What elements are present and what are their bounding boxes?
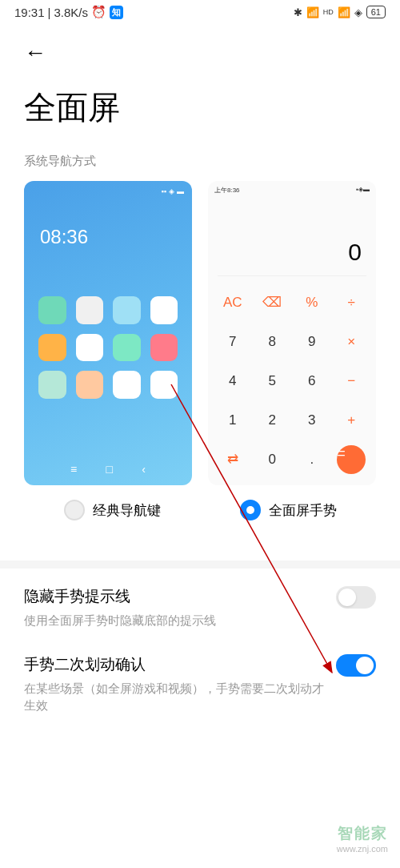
setting-hide-line: 隐藏手势提示线 使用全面屏手势时隐藏底部的提示线	[0, 569, 400, 637]
calc-button: 8	[253, 322, 293, 361]
radio-classic-label: 经典导航键	[93, 501, 161, 520]
status-right: ✱ 📶 HD 📶 ◈ 61	[294, 6, 386, 18]
preview-calc-status: 上午8:36 ▪◈▬	[208, 181, 376, 199]
app-icon	[38, 296, 66, 324]
setting-hide-line-title: 隐藏手势提示线	[24, 586, 326, 607]
calc-button: 1	[213, 400, 253, 440]
section-divider	[0, 561, 400, 569]
preview-row: ▪▪ ◈ ▬ 08:36 ≡ □ ‹ 上午8:36 ▪◈▬ 0 AC⌫%÷789…	[0, 181, 400, 485]
calc-button: %	[292, 283, 332, 322]
radio-unselected-icon	[64, 500, 85, 520]
battery-mini-icon: ▬	[177, 187, 184, 195]
hd-icon: HD	[323, 8, 334, 16]
preview-classic-nav[interactable]: ▪▪ ◈ ▬ 08:36 ≡ □ ‹	[24, 181, 192, 485]
calc-button: ⌫	[253, 283, 293, 322]
watermark-url: www.znj.com	[337, 844, 388, 854]
preview-classic-time: 08:36	[24, 202, 192, 248]
calc-button: 0	[253, 440, 293, 479]
status-time: 19:31	[14, 6, 45, 19]
app-icon	[113, 334, 141, 362]
watermark: 智能家 www.znj.com	[337, 823, 388, 854]
nav-back-icon: ‹	[142, 463, 146, 476]
calc-button: =	[332, 440, 372, 479]
calc-button: .	[292, 440, 332, 479]
setting-hide-line-text: 隐藏手势提示线 使用全面屏手势时隐藏底部的提示线	[24, 586, 326, 629]
calc-button: ⇄	[213, 440, 253, 479]
preview-nav-bar: ≡ □ ‹	[24, 463, 192, 476]
status-left: 19:31 | 3.8K/s ⏰ 知	[14, 5, 123, 19]
app-icon	[76, 296, 104, 324]
preview-app-grid	[24, 248, 192, 399]
setting-double-swipe-title: 手势二次划动确认	[24, 654, 326, 675]
signal-icon-2: 📶	[338, 6, 350, 18]
app-icon	[113, 296, 141, 324]
zhi-app-icon: 知	[110, 6, 123, 19]
app-icon	[38, 334, 66, 362]
setting-double-swipe: 手势二次划动确认 在某些场景（如全屏游戏和视频），手势需要二次划动才生效	[0, 637, 400, 721]
toggle-double-swipe[interactable]	[336, 654, 376, 677]
alarm-icon: ⏰	[91, 5, 106, 19]
battery-indicator: 61	[366, 6, 386, 18]
section-label: 系统导航方式	[0, 138, 400, 181]
app-icon	[150, 371, 178, 399]
calc-button: 9	[292, 322, 332, 361]
calc-grid: AC⌫%÷789×456−123+⇄0.=	[208, 276, 376, 485]
calc-button: 3	[292, 400, 332, 440]
preview-classic-status: ▪▪ ◈ ▬	[24, 181, 192, 202]
app-icon	[150, 296, 178, 324]
wifi-icon: ◈	[354, 6, 362, 18]
watermark-cn: 智能家	[337, 823, 388, 844]
nav-home-icon: □	[106, 463, 113, 476]
radio-classic-nav[interactable]: 经典导航键	[24, 500, 200, 520]
page-title: 全面屏	[0, 70, 400, 138]
setting-double-swipe-desc: 在某些场景（如全屏游戏和视频），手势需要二次划动才生效	[24, 680, 326, 713]
status-divider: |	[48, 6, 51, 19]
calc-status-icons: ▪◈▬	[356, 186, 370, 195]
calc-button: 5	[253, 361, 293, 400]
wifi-mini-icon: ◈	[169, 187, 174, 195]
setting-hide-line-desc: 使用全面屏手势时隐藏底部的提示线	[24, 612, 326, 629]
signal-icon: 📶	[306, 6, 319, 18]
setting-double-swipe-text: 手势二次划动确认 在某些场景（如全屏游戏和视频），手势需要二次划动才生效	[24, 654, 326, 713]
calc-button: 4	[213, 361, 253, 400]
calc-button: AC	[213, 283, 253, 322]
calc-button: ÷	[332, 283, 372, 322]
calc-display: 0	[208, 199, 376, 275]
calc-button: 2	[253, 400, 293, 440]
calc-button: 6	[292, 361, 332, 400]
calc-button: ×	[332, 322, 372, 361]
radio-selected-icon	[240, 500, 261, 520]
bluetooth-icon: ✱	[294, 6, 302, 18]
calc-status-time: 上午8:36	[214, 186, 240, 195]
back-row: ←	[0, 24, 400, 70]
back-button[interactable]: ←	[24, 40, 46, 65]
calc-button: +	[332, 400, 372, 440]
status-bar: 19:31 | 3.8K/s ⏰ 知 ✱ 📶 HD 📶 ◈ 61	[0, 0, 400, 24]
nav-option-row: 经典导航键 全面屏手势	[0, 485, 400, 540]
app-icon	[113, 371, 141, 399]
app-icon	[76, 334, 104, 362]
app-icon	[150, 334, 178, 362]
preview-gesture-nav[interactable]: 上午8:36 ▪◈▬ 0 AC⌫%÷789×456−123+⇄0.=	[208, 181, 376, 485]
calc-button: −	[332, 361, 372, 400]
status-speed: 3.8K/s	[54, 6, 88, 19]
calc-button: 7	[213, 322, 253, 361]
calc-equals-button: =	[337, 445, 366, 474]
radio-gesture-label: 全面屏手势	[269, 501, 337, 520]
toggle-hide-line[interactable]	[336, 586, 376, 609]
radio-gesture-nav[interactable]: 全面屏手势	[200, 500, 376, 520]
app-icon	[76, 371, 104, 399]
signal-mini-icon: ▪▪	[162, 187, 166, 195]
app-icon	[38, 371, 66, 399]
nav-menu-icon: ≡	[70, 463, 77, 476]
